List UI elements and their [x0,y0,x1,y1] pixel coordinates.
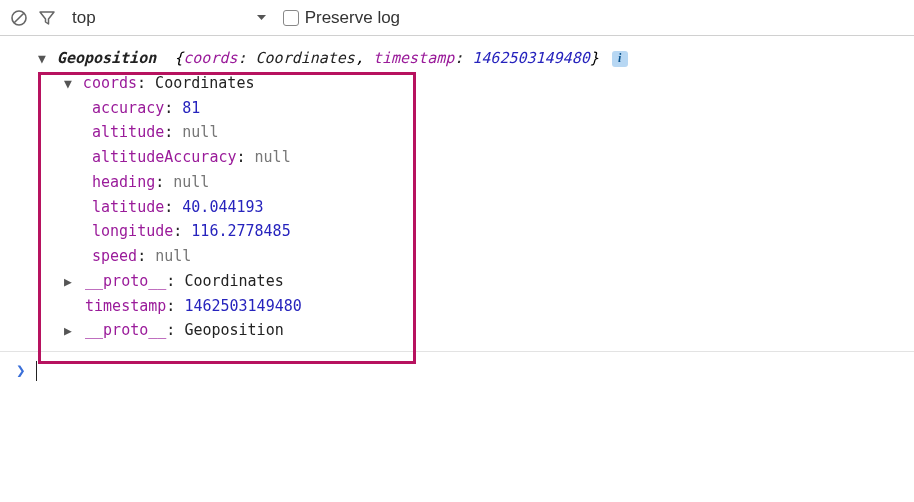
property-value: null [155,247,191,265]
disclosure-right-icon: ▶ [64,271,76,292]
property-row[interactable]: accuracy: 81 [22,96,914,121]
checkbox-icon [283,10,299,26]
coords-key: coords [83,74,137,92]
property-value: 116.2778485 [191,222,290,240]
property-value: 40.044193 [182,198,263,216]
object-proto-row[interactable]: ▶ __proto__: Geoposition [22,318,914,343]
ts-value: 1462503149480 [184,297,301,315]
svg-line-1 [14,13,24,23]
proto-key: __proto__ [85,272,166,290]
proto-type: Coordinates [184,272,283,290]
property-row[interactable]: altitude: null [22,120,914,145]
property-key: accuracy [92,99,164,117]
property-value: 81 [182,99,200,117]
console-toolbar: top Preserve log [0,0,914,36]
disclosure-right-icon: ▶ [64,320,76,341]
ts-key: timestamp [85,297,166,315]
disclosure-down-icon: ▼ [64,73,72,94]
property-key: speed [92,247,137,265]
property-key: latitude [92,198,164,216]
property-row[interactable]: speed: null [22,244,914,269]
property-row[interactable]: longitude: 116.2778485 [22,219,914,244]
property-key: altitudeAccuracy [92,148,237,166]
disclosure-down-icon: ▼ [38,48,46,69]
obj-proto-key: __proto__ [85,321,166,339]
object-summary-row[interactable]: ▼ Geoposition {coords: Coordinates, time… [22,46,914,71]
filter-icon[interactable] [38,9,56,27]
summary-ts-key: timestamp [373,49,454,67]
property-key: longitude [92,222,173,240]
obj-proto-type: Geoposition [184,321,283,339]
coords-row[interactable]: ▼ coords: Coordinates [22,71,914,96]
property-value: null [182,123,218,141]
property-key: altitude [92,123,164,141]
context-label: top [72,8,96,28]
text-cursor [36,361,38,381]
summary-ts-value: 1462503149480 [472,49,589,67]
class-name: Geoposition [57,49,156,67]
summary-coords-type: Coordinates [256,49,355,67]
property-row[interactable]: latitude: 40.044193 [22,195,914,220]
property-value: null [173,173,209,191]
info-icon[interactable]: i [612,51,628,67]
property-key: heading [92,173,155,191]
property-row[interactable]: heading: null [22,170,914,195]
property-row[interactable]: altitudeAccuracy: null [22,145,914,170]
timestamp-row[interactable]: timestamp: 1462503149480 [22,294,914,319]
prompt-chevron-icon: ❯ [16,358,26,384]
clear-console-icon[interactable] [10,9,28,27]
coords-type: Coordinates [155,74,254,92]
chevron-down-icon [256,12,267,23]
context-selector[interactable]: top [66,8,273,28]
preserve-log-label: Preserve log [305,8,400,28]
summary-coords-key: coords [183,49,237,67]
preserve-log-toggle[interactable]: Preserve log [283,8,400,28]
console-prompt[interactable]: ❯ [0,351,914,384]
coords-proto-row[interactable]: ▶ __proto__: Coordinates [22,269,914,294]
console-output: ▼ Geoposition {coords: Coordinates, time… [0,36,914,384]
property-value: null [255,148,291,166]
